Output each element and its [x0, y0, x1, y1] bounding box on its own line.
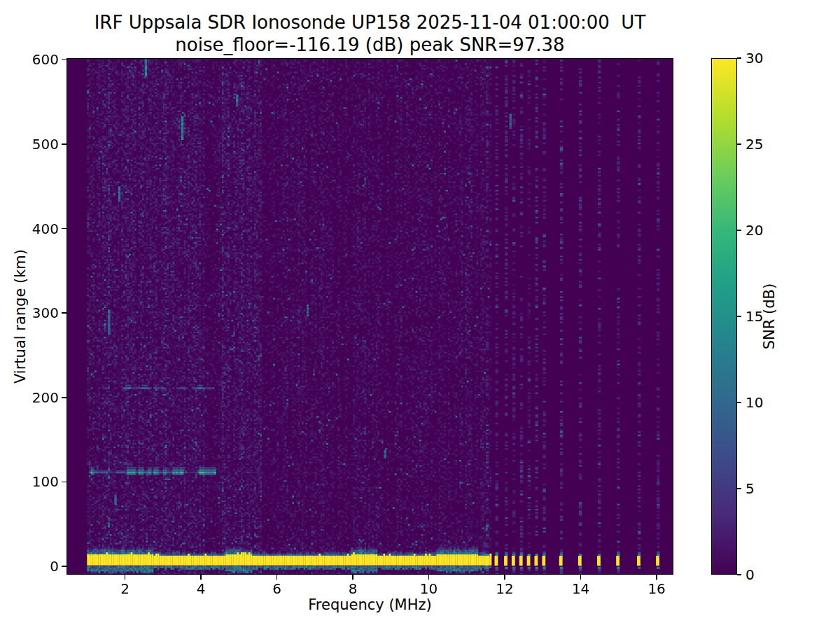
colorbar-tick [737, 488, 741, 489]
x-axis-tick [352, 575, 354, 580]
y-axis-tick [62, 144, 66, 145]
y-axis-tick [62, 566, 66, 567]
colorbar-tick [737, 144, 741, 145]
x-axis-tick [656, 575, 657, 580]
y-tick-label: 300 [24, 306, 59, 320]
x-axis-tick [200, 575, 202, 580]
x-axis-tick [504, 575, 505, 580]
colorbar-tick-label: 25 [746, 137, 780, 151]
colorbar [711, 58, 737, 575]
ionogram-figure: IRF Uppsala SDR Ionosonde UP158 2025-11-… [0, 0, 840, 630]
colorbar-tick-label: 0 [746, 568, 780, 582]
x-tick-label: 12 [484, 582, 526, 596]
colorbar-tick-label: 30 [746, 51, 780, 65]
y-axis-tick [62, 59, 66, 61]
colorbar-tick [737, 230, 741, 231]
colorbar-tick-label: 15 [746, 309, 780, 323]
y-axis-tick [62, 397, 66, 398]
colorbar-tick-label: 10 [746, 396, 780, 410]
colorbar-tick [737, 402, 741, 403]
x-tick-label: 2 [104, 582, 146, 596]
x-tick-label: 8 [332, 582, 374, 596]
colorbar-tick-label: 20 [746, 223, 780, 237]
y-axis-tick [62, 228, 66, 230]
colorbar-tick [737, 316, 741, 317]
x-axis-tick [125, 575, 126, 580]
x-tick-label: 4 [180, 582, 222, 596]
x-tick-label: 10 [408, 582, 450, 596]
y-tick-label: 0 [24, 559, 59, 573]
x-tick-label: 14 [560, 582, 602, 596]
x-axis-label: Frequency (MHz) [66, 596, 673, 613]
colorbar-tick [737, 574, 741, 575]
y-axis-tick [62, 482, 66, 483]
x-tick-label: 6 [256, 582, 298, 596]
x-axis-tick [580, 575, 582, 580]
x-axis-tick [276, 575, 278, 580]
y-tick-label: 600 [24, 52, 59, 66]
colorbar-tick-label: 5 [746, 482, 780, 496]
y-tick-label: 500 [24, 137, 59, 151]
y-tick-label: 200 [24, 391, 59, 405]
heatmap-canvas [66, 58, 673, 575]
y-tick-label: 100 [24, 475, 59, 489]
y-axis-tick [62, 312, 66, 314]
colorbar-tick [737, 57, 741, 59]
chart-title-line2: noise_floor=-116.19 (dB) peak SNR=97.38 [66, 34, 673, 55]
x-tick-label: 16 [636, 582, 678, 596]
y-tick-label: 400 [24, 222, 59, 236]
chart-title-line1: IRF Uppsala SDR Ionosonde UP158 2025-11-… [66, 12, 673, 33]
x-axis-tick [428, 575, 430, 580]
